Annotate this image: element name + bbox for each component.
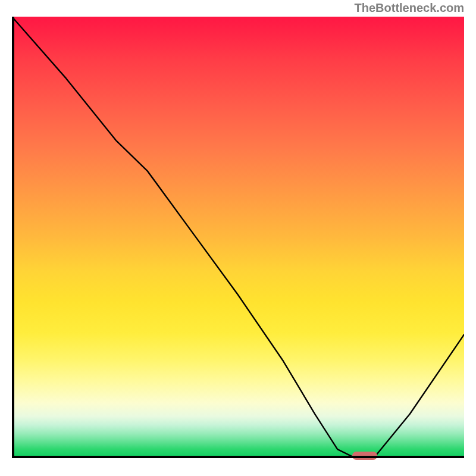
chart-container bbox=[12, 17, 464, 469]
watermark-text: TheBottleneck.com bbox=[355, 1, 464, 15]
bottleneck-curve bbox=[12, 17, 464, 458]
x-axis bbox=[12, 456, 464, 458]
y-axis bbox=[12, 17, 14, 458]
